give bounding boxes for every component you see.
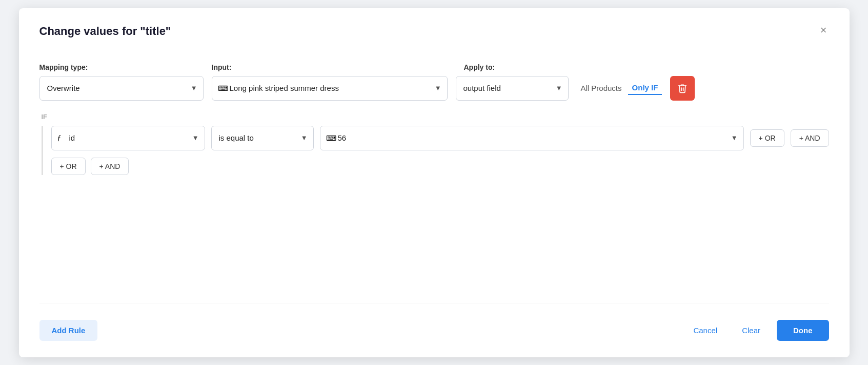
- input-select[interactable]: Long pink striped summer dress: [212, 76, 448, 101]
- apply-to-label: Apply to:: [464, 63, 495, 71]
- controls-row: Overwrite Append Prepend ▼ ⌨ Long pink s…: [39, 76, 829, 101]
- clear-button[interactable]: Clear: [734, 320, 769, 341]
- if-section: IF ƒ id title price sku ▼: [39, 113, 829, 175]
- add-rule-button[interactable]: Add Rule: [39, 320, 98, 341]
- inline-or-button[interactable]: + OR: [750, 129, 784, 147]
- operator-select[interactable]: is equal to is not equal to contains doe…: [211, 126, 314, 150]
- operator-select-wrapper: is equal to is not equal to contains doe…: [211, 126, 314, 150]
- modal-footer: Add Rule Cancel Clear Done: [39, 303, 829, 341]
- bottom-or-and-row: + OR + AND: [51, 158, 829, 175]
- mapping-type-select[interactable]: Overwrite Append Prepend: [39, 76, 204, 101]
- bottom-and-button[interactable]: + AND: [91, 158, 129, 175]
- mapping-type-select-wrapper: Overwrite Append Prepend ▼: [39, 76, 204, 101]
- done-button[interactable]: Done: [777, 320, 829, 341]
- modal-container: Change values for "title" × Mapping type…: [19, 8, 850, 357]
- apply-to-select-wrapper: output field ▼: [456, 76, 569, 101]
- apply-to-select[interactable]: output field: [456, 76, 569, 101]
- all-products-tab[interactable]: All Products: [577, 82, 626, 94]
- modal-body: Mapping type: Input: Apply to: Overwrite…: [39, 63, 829, 303]
- mapping-type-label: Mapping type:: [39, 63, 88, 71]
- footer-right: Cancel Clear Done: [685, 320, 829, 341]
- condition-block: ƒ id title price sku ▼ is equal to: [42, 126, 829, 175]
- labels-row: Mapping type: Input: Apply to:: [39, 63, 829, 72]
- cancel-button[interactable]: Cancel: [685, 320, 725, 341]
- value-select[interactable]: 56: [320, 126, 744, 150]
- inline-and-button[interactable]: + AND: [791, 129, 829, 147]
- field-select-wrapper: ƒ id title price sku ▼: [51, 126, 205, 150]
- only-if-tab[interactable]: Only IF: [628, 81, 662, 95]
- delete-button[interactable]: [670, 76, 695, 101]
- field-select[interactable]: id title price sku: [51, 126, 205, 150]
- value-select-wrapper: ⌨ 56 ▼: [320, 126, 744, 150]
- close-button[interactable]: ×: [818, 25, 829, 36]
- modal-header: Change values for "title" ×: [39, 25, 829, 38]
- input-label: Input:: [212, 63, 232, 71]
- input-select-wrapper: ⌨ Long pink striped summer dress ▼: [212, 76, 448, 101]
- trash-icon: [677, 83, 688, 93]
- modal-title: Change values for "title": [39, 25, 171, 38]
- apply-tabs: All Products Only IF: [577, 81, 662, 95]
- bottom-or-button[interactable]: + OR: [51, 158, 86, 175]
- condition-row: ƒ id title price sku ▼ is equal to: [51, 126, 829, 150]
- if-label: IF: [42, 113, 829, 121]
